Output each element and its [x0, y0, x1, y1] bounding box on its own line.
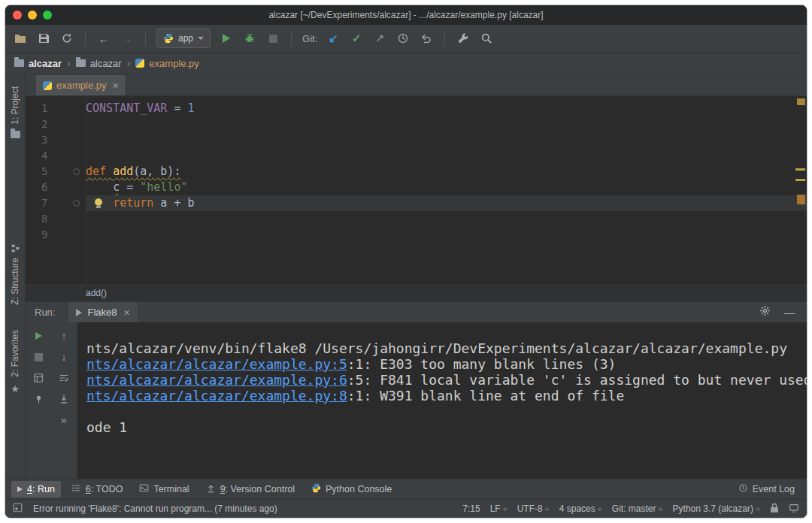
intention-bulb-icon[interactable] [95, 198, 102, 206]
code-text[interactable] [86, 211, 807, 227]
navigation-breadcrumbs: alcazar›alcazar›example.py [5, 53, 807, 74]
close-window-button[interactable] [13, 11, 22, 20]
code-text[interactable]: c = "hello" [86, 180, 807, 195]
terminal-icon [139, 483, 149, 495]
close-run-tab-icon[interactable]: × [124, 307, 130, 319]
scroll-to-end-icon[interactable] [57, 393, 71, 405]
code-text[interactable] [86, 116, 807, 132]
soft-wrap-icon[interactable] [57, 372, 71, 384]
interpreter-widget[interactable]: Python 3.7 (alcazar)÷ [673, 503, 760, 514]
line-number[interactable]: 3 [26, 132, 66, 148]
breadcrumb-item-alcazar[interactable]: alcazar [14, 58, 62, 69]
breadcrumb-separator-icon: › [127, 57, 131, 69]
fold-spacer [66, 180, 86, 195]
fold-marker-icon[interactable] [66, 164, 86, 180]
git-branch-widget[interactable]: Git: master÷ [612, 503, 663, 514]
project-folder-icon[interactable] [11, 131, 20, 138]
code-text[interactable]: def add(a, b): [86, 164, 807, 180]
tool-window-button-structure[interactable]: Z: Structure [10, 258, 20, 305]
favorites-star-icon[interactable]: ★ [11, 383, 20, 395]
tool-window-switcher-icon[interactable] [13, 503, 23, 515]
line-number[interactable]: 4 [26, 148, 66, 164]
status-message[interactable]: Error running 'Flake8': Cannot run progr… [33, 503, 277, 514]
gear-icon[interactable] [759, 305, 771, 319]
encoding-widget[interactable]: UTF-8÷ [517, 503, 550, 514]
hide-panel-icon[interactable]: — [784, 307, 795, 319]
code-text[interactable]: return a + b [86, 195, 807, 211]
run-configuration-dropdown[interactable]: app [156, 29, 211, 48]
line-number[interactable]: 2 [26, 116, 66, 132]
line-number[interactable]: 8 [26, 211, 66, 227]
line-number[interactable]: 7 [26, 195, 66, 211]
code-lines: 1CONSTANT_VAR = 12345def add(a, b):6 c =… [26, 101, 807, 243]
tool-window-button-python-console[interactable]: Python Console [305, 481, 398, 497]
fold-marker-icon[interactable] [66, 195, 86, 211]
code-text[interactable] [86, 227, 807, 243]
code-text[interactable]: CONSTANT_VAR = 1 [86, 101, 807, 116]
line-number[interactable]: 5 [26, 164, 66, 180]
tool-window-button-favorites[interactable]: 2: Favorites [10, 330, 20, 377]
rerun-button[interactable] [32, 330, 45, 342]
lock-icon[interactable] [770, 503, 779, 515]
search-icon[interactable] [479, 31, 494, 46]
console-file-link[interactable]: nts/alcazar/alcazar/example.py:5 [86, 356, 347, 372]
git-commit-icon[interactable]: ✓ [349, 31, 364, 46]
back-icon[interactable]: ← [96, 31, 111, 46]
run-tab-flake8[interactable]: Flake8 × [68, 302, 137, 322]
save-all-icon[interactable] [36, 31, 51, 46]
tool-window-button-run[interactable]: 4: Run [11, 481, 61, 497]
console-file-link[interactable]: nts/alcazar/alcazar/example.py:8 [86, 388, 347, 404]
tool-window-button-todo[interactable]: 6: TODO [65, 481, 129, 497]
tool-window-button-event-log[interactable]: Event Log [732, 481, 801, 497]
run-panel-header: Run: Flake8 × — [26, 301, 807, 322]
restore-layout-icon[interactable] [32, 372, 45, 384]
left-tool-window-stripe: 1: Project Z: Structure 2: Favorites ★ [5, 74, 26, 479]
tool-window-button-terminal[interactable]: Terminal [133, 481, 195, 497]
error-stripe-warning-mark[interactable] [795, 179, 805, 181]
git-push-icon[interactable]: ↗ [372, 31, 387, 46]
close-tab-icon[interactable]: × [112, 80, 118, 92]
inspections-monitor-icon[interactable] [789, 503, 799, 515]
pin-tab-icon[interactable] [32, 393, 45, 405]
button-label: Python Console [326, 484, 392, 494]
run-button[interactable] [219, 31, 234, 46]
tool-window-button-project[interactable]: 1: Project [10, 86, 20, 125]
wrench-icon[interactable] [456, 31, 471, 46]
code-editor[interactable]: 1CONSTANT_VAR = 12345def add(a, b):6 c =… [26, 96, 807, 284]
error-stripe-file-mark[interactable] [797, 98, 805, 105]
editor-tab-example-py[interactable]: example.py × [36, 75, 126, 95]
down-stack-trace-icon[interactable]: ↓ [57, 351, 71, 363]
line-separator-widget[interactable]: LF÷ [490, 503, 508, 514]
minimize-window-button[interactable] [28, 11, 37, 20]
open-folder-icon[interactable] [13, 31, 28, 46]
stop-button[interactable] [265, 31, 280, 46]
structure-icon[interactable] [11, 243, 20, 253]
breadcrumb-item-example.py[interactable]: example.py [135, 58, 198, 69]
editor-breadcrumb-item[interactable]: add() [86, 288, 107, 298]
console-file-link[interactable]: nts/alcazar/alcazar/example.py:6 [86, 372, 347, 388]
breadcrumb-item-alcazar[interactable]: alcazar [76, 58, 122, 69]
up-stack-trace-icon[interactable]: ↑ [57, 330, 71, 342]
more-actions-icon[interactable]: » [57, 414, 71, 426]
code-text[interactable] [86, 132, 807, 148]
debug-button[interactable] [242, 31, 257, 46]
indent-widget[interactable]: 4 spaces÷ [559, 503, 602, 514]
history-clock-icon[interactable] [395, 31, 411, 46]
tool-window-button-version-control[interactable]: 9: Version Control [200, 481, 301, 497]
line-number[interactable]: 1 [26, 101, 66, 116]
fold-spacer [66, 148, 86, 164]
synchronize-icon[interactable] [59, 31, 74, 46]
caret-position-widget[interactable]: 7:15 [462, 503, 480, 514]
error-stripe-caret-mark[interactable] [797, 195, 805, 204]
forward-icon[interactable]: → [120, 31, 135, 46]
line-number[interactable]: 9 [26, 227, 66, 243]
git-update-icon[interactable]: ↙ [326, 31, 341, 46]
editor-line-2: 2 [26, 116, 807, 132]
console-output[interactable]: nts/alcazar/venv/bin/flake8 /Users/jahon… [77, 322, 807, 479]
zoom-window-button[interactable] [43, 11, 52, 20]
stop-process-button[interactable] [32, 351, 45, 363]
rollback-icon[interactable] [419, 31, 434, 46]
error-stripe-warning-mark[interactable] [795, 168, 805, 171]
code-text[interactable] [86, 148, 807, 164]
line-number[interactable]: 6 [26, 180, 66, 195]
